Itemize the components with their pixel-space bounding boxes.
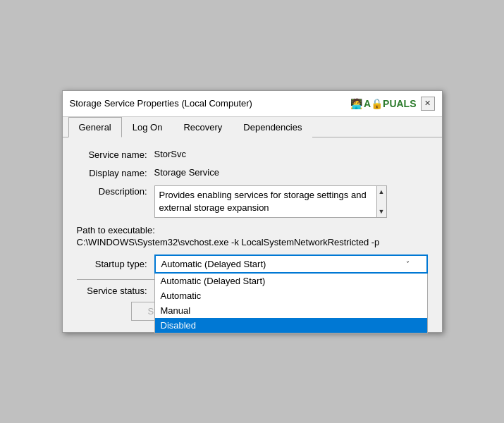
display-name-row: Display name: Storage Service	[77, 167, 428, 178]
path-value: C:\WINDOWS\System32\svchost.exe -k Local…	[77, 237, 428, 247]
description-label: Description:	[77, 185, 154, 197]
tab-general[interactable]: General	[68, 117, 122, 137]
tab-logon[interactable]: Log On	[122, 117, 173, 137]
content-area: Service name: StorSvc Display name: Stor…	[63, 137, 442, 332]
dropdown-list: Automatic (Delayed Start) Automatic Manu…	[154, 274, 428, 333]
tabs-bar: General Log On Recovery Dependencies	[63, 117, 442, 137]
tab-dependencies[interactable]: Dependencies	[233, 117, 312, 137]
startup-type-row: Startup type: Automatic (Delayed Start) …	[77, 255, 428, 274]
description-scrollbar[interactable]: ▲ ▼	[376, 186, 386, 217]
dropdown-option-2[interactable]: Manual	[155, 303, 427, 318]
display-name-label: Display name:	[77, 167, 154, 178]
description-text: Provides enabling services for storage s…	[159, 190, 367, 213]
startup-dropdown[interactable]: Automatic (Delayed Start) ˅ Automatic (D…	[154, 255, 428, 274]
dropdown-selected[interactable]: Automatic (Delayed Start) ˅	[154, 255, 428, 274]
display-name-value: Storage Service	[154, 167, 428, 178]
scroll-down-icon[interactable]: ▼	[379, 207, 385, 216]
dropdown-option-0[interactable]: Automatic (Delayed Start)	[155, 274, 427, 288]
properties-window: Storage Service Properties (Local Comput…	[62, 90, 443, 333]
logo-area: 🧑‍💻 A🔒PUALS ✕	[350, 97, 435, 111]
tab-recovery[interactable]: Recovery	[173, 117, 233, 137]
logo-icon: 🧑‍💻	[350, 98, 362, 109]
path-section: Path to executable: C:\WINDOWS\System32\…	[77, 225, 428, 247]
dropdown-option-3[interactable]: Disabled	[155, 318, 427, 333]
path-label: Path to executable:	[77, 225, 428, 235]
dropdown-option-1[interactable]: Automatic	[155, 288, 427, 303]
dropdown-selected-text: Automatic (Delayed Start)	[161, 259, 266, 269]
chevron-down-icon: ˅	[406, 260, 410, 268]
service-name-row: Service name: StorSvc	[77, 149, 428, 160]
logo-text: A🔒PUALS	[364, 98, 417, 109]
window-title: Storage Service Properties (Local Comput…	[70, 98, 252, 109]
description-box[interactable]: Provides enabling services for storage s…	[154, 185, 387, 218]
description-row: Description: Provides enabling services …	[77, 185, 428, 218]
scroll-up-icon[interactable]: ▲	[379, 188, 385, 197]
service-name-value: StorSvc	[154, 149, 428, 159]
appuals-logo: 🧑‍💻 A🔒PUALS	[350, 98, 417, 109]
service-status-label: Service status:	[77, 286, 154, 296]
service-name-label: Service name:	[77, 149, 154, 160]
close-button[interactable]: ✕	[421, 97, 435, 111]
window-controls: ✕	[421, 97, 435, 111]
title-bar: Storage Service Properties (Local Comput…	[63, 91, 442, 117]
startup-label: Startup type:	[77, 259, 154, 269]
